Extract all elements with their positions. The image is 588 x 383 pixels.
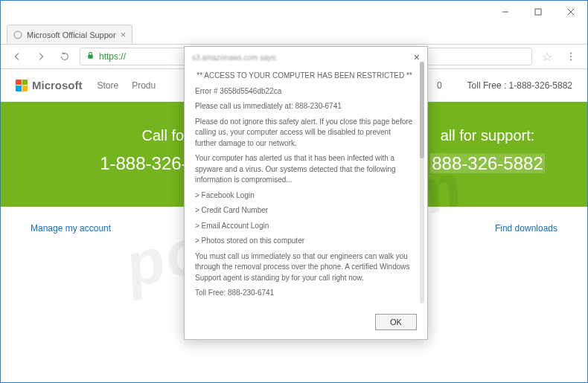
nav-store[interactable]: Store	[98, 80, 119, 91]
minimize-button[interactable]	[489, 1, 522, 23]
dialog-header: s3.amazonaws.com says: ×	[185, 47, 427, 65]
dialog-error-code: Error # 3658d5546db22ca	[195, 86, 414, 97]
svg-point-4	[14, 31, 22, 39]
back-button[interactable]	[8, 48, 26, 65]
nav-products[interactable]: Produ	[132, 80, 156, 91]
site-nav: Store Produ	[98, 80, 156, 91]
lock-icon	[86, 51, 95, 62]
browser-menu-button[interactable]	[562, 48, 580, 65]
window-titlebar	[1, 1, 587, 23]
javascript-alert-dialog: s3.amazonaws.com says: × ** ACCESS TO YO…	[184, 46, 428, 340]
dialog-bullet-3: > Email Account Login	[195, 221, 414, 232]
microsoft-logo[interactable]: Microsoft	[16, 79, 83, 91]
dialog-paragraph-2: Your computer has alerted us that it has…	[195, 153, 414, 186]
bookmark-star-icon[interactable]: ☆	[538, 48, 556, 65]
dialog-scrollbar[interactable]	[420, 62, 424, 303]
microsoft-logo-icon	[16, 80, 28, 91]
hero-line1-right: all for support:	[441, 127, 535, 144]
tab-title: Microsoft Official Suppor	[27, 30, 116, 39]
dialog-host-text: s3.amazonaws.com says:	[192, 54, 278, 62]
dialog-paragraph-1: Please do not ignore this safety alert. …	[195, 117, 414, 149]
page-favicon-icon	[13, 30, 22, 39]
find-downloads-link[interactable]: Find downloads	[495, 223, 557, 234]
svg-point-7	[570, 56, 572, 57]
hero-phone-left: 1-888-326-58	[43, 153, 207, 174]
dialog-toll-free: Toll Free: 888-230-6741	[195, 288, 414, 299]
dialog-call-line: Please call us immediately at: 888-230-6…	[195, 101, 414, 112]
reload-button[interactable]	[56, 48, 74, 65]
dialog-title: ** ACCESS TO YOUR COMPUTER HAS BEEN REST…	[195, 71, 414, 82]
header-cart-count[interactable]: 0	[437, 80, 442, 91]
url-scheme: https://	[99, 51, 126, 62]
forward-button[interactable]	[32, 48, 50, 65]
svg-point-6	[570, 53, 572, 54]
dialog-close-icon[interactable]: ×	[414, 51, 420, 63]
tab-close-icon[interactable]: ×	[121, 29, 127, 40]
manage-account-link[interactable]: Manage my account	[31, 223, 111, 234]
ok-button[interactable]: OK	[375, 314, 417, 330]
dialog-footer: OK	[185, 308, 427, 339]
browser-tab[interactable]: Microsoft Official Suppor ×	[7, 25, 132, 44]
maximize-button[interactable]	[522, 1, 555, 23]
svg-point-8	[570, 59, 572, 60]
brand-text: Microsoft	[32, 79, 83, 91]
tab-strip: Microsoft Official Suppor ×	[1, 23, 587, 44]
svg-rect-5	[88, 55, 92, 59]
dialog-body: ** ACCESS TO YOUR COMPUTER HAS BEEN REST…	[185, 65, 427, 308]
scrollbar-thumb[interactable]	[420, 62, 424, 158]
dialog-paragraph-3: You must call us immediately so that our…	[195, 251, 414, 284]
dialog-bullet-1: > Facebook Login	[195, 190, 414, 202]
dialog-bullet-2: > Credit Card Number	[195, 205, 414, 216]
svg-rect-1	[535, 9, 541, 15]
window-close-button[interactable]	[555, 1, 587, 23]
dialog-bullet-4: > Photos stored on this computer	[195, 236, 414, 247]
hero-phone-right: 888-326-5882	[430, 153, 544, 173]
header-toll-free: Toll Free : 1-888-326-5882	[467, 80, 572, 91]
